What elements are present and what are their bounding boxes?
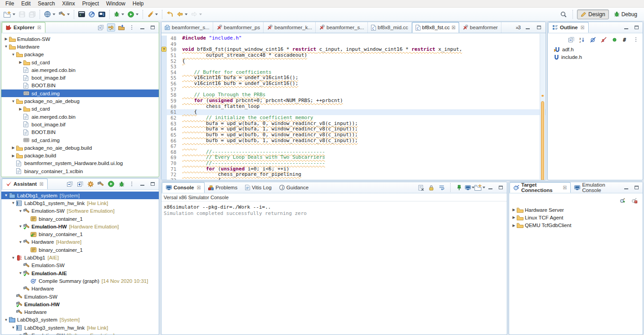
forward-button[interactable] (189, 9, 204, 20)
last-edit-location-button[interactable] (165, 9, 175, 20)
chevron-down-icon[interactable]: ▼ (18, 271, 23, 275)
minimize-icon[interactable] (138, 23, 146, 31)
console-output[interactable]: x86simulator --pkg-dir=./Work --i=..Simu… (161, 201, 507, 217)
editor-tab-beamformer-k-[interactable]: beamformer_k... (264, 22, 316, 33)
tab-problems[interactable]: Problems (205, 182, 242, 193)
tree-row[interactable]: ▼package_no_aie_debug (1, 97, 159, 105)
tree-row[interactable]: ▶package.build (1, 152, 159, 159)
save-all-button[interactable] (27, 9, 37, 20)
dropdown-caret-icon[interactable] (155, 13, 158, 15)
tree-row[interactable]: ▼LabDbg1[AIE] (1, 254, 159, 261)
tree-row[interactable]: BOOT.BIN (1, 82, 159, 89)
close-icon[interactable]: ☒ (563, 185, 567, 190)
chevron-right-icon[interactable]: ▶ (511, 223, 517, 228)
tree-row[interactable]: ▼Hardware (1, 43, 159, 50)
maximize-icon[interactable] (148, 23, 157, 31)
menu-item-file[interactable]: File (2, 0, 18, 7)
hide-inactive-icon[interactable]: # (621, 36, 629, 44)
tree-row[interactable]: ▼LabDbg3_system[System] (1, 316, 159, 324)
editor-scrollbar-thumb[interactable] (541, 101, 544, 180)
chevron-right-icon[interactable]: ▶ (3, 37, 9, 41)
view-menu-icon[interactable] (128, 180, 136, 188)
tree-row[interactable]: aie.merged.cdo.bin (1, 66, 159, 74)
clear-console-icon[interactable] (417, 183, 425, 192)
close-icon[interactable]: ☒ (452, 25, 456, 30)
tab-console[interactable]: Console☒ (162, 182, 205, 193)
menu-item-xilinx[interactable]: Xilinx (58, 0, 79, 7)
tree-row[interactable]: sd_card.img (1, 89, 159, 97)
remove-target-icon[interactable] (630, 196, 638, 204)
tree-row[interactable]: ▼LabDbg1_system[System] (1, 192, 159, 199)
view-menu-icon[interactable] (128, 23, 136, 31)
menu-item-search[interactable]: Search (34, 0, 58, 7)
chevron-right-icon[interactable]: ▶ (511, 208, 517, 212)
back-button[interactable] (175, 9, 189, 20)
target-connection-button[interactable] (87, 9, 97, 20)
view-menu-icon[interactable] (632, 36, 640, 44)
open-console-icon[interactable] (476, 183, 484, 192)
chevron-down-icon[interactable]: ▼ (10, 326, 16, 330)
tree-row[interactable]: ▶package_no_aie_debug.build (1, 144, 159, 152)
build-icon[interactable] (97, 180, 105, 188)
menu-item-edit[interactable]: Edit (18, 0, 34, 7)
tree-row[interactable]: ▼Emulation-SW[Software Emulation] (1, 331, 159, 335)
program-flash-button[interactable] (145, 9, 160, 20)
settings-icon[interactable] (86, 180, 94, 188)
tree-row[interactable]: beamformer_system_Hardware.build.ui.log (1, 160, 159, 167)
hidden-tabs-indicator[interactable]: »3 (516, 25, 520, 30)
display-selected-console-icon[interactable] (465, 183, 474, 192)
chevron-right-icon[interactable]: ▶ (10, 154, 16, 158)
dropdown-caret-icon[interactable] (136, 13, 139, 15)
hide-non-public-icon[interactable] (610, 36, 618, 44)
help-marker-icon[interactable]: ? (161, 47, 166, 52)
debug-icon[interactable] (117, 180, 125, 188)
tree-row[interactable]: ▶sd_card (1, 58, 159, 66)
tree-row[interactable]: ▼Emulation-SW[Software Emulation] (1, 207, 159, 215)
tree-row[interactable]: binary_container_1.xclbin (1, 167, 159, 175)
minimize-icon[interactable] (486, 183, 494, 192)
hide-fields-icon[interactable] (589, 36, 597, 44)
link-with-editor-icon[interactable] (107, 23, 115, 31)
tab-emulation-console[interactable]: Emulation Console (571, 182, 622, 193)
dropdown-caret-icon[interactable] (13, 13, 15, 15)
code-editor[interactable]: 48#include "include.h"49?50void bf8x8_fs… (161, 34, 546, 180)
tree-row[interactable]: ▼Hardware[Hardware] (1, 238, 159, 246)
tree-row[interactable]: ▶sd_card (1, 105, 159, 113)
build-button[interactable] (57, 9, 72, 20)
editor-tab-bf8x8-fst-cc[interactable]: cbf8x8_fst.cc☒ (412, 22, 459, 33)
chevron-down-icon[interactable]: ▼ (3, 318, 9, 322)
chevron-down-icon[interactable]: ▼ (10, 99, 16, 103)
editor-tab-beamformer[interactable]: beamformer (459, 22, 501, 33)
tree-row[interactable]: Hardware (1, 308, 159, 316)
chevron-down-icon[interactable]: ▼ (3, 45, 9, 49)
dropdown-caret-icon[interactable] (121, 13, 124, 15)
chevron-right-icon[interactable]: ▶ (511, 215, 517, 219)
tree-row[interactable]: Emulation-SW (1, 262, 159, 269)
editor-tab-bf8x8-mid-cc[interactable]: cbf8x8_mid.cc (368, 22, 412, 33)
outline-item-include-h[interactable]: include.h (548, 53, 643, 61)
tree-row[interactable]: aie.merged.cdo.bin (1, 113, 159, 121)
run-button[interactable] (126, 9, 140, 20)
tree-row[interactable]: Compile Summary (graph)[14 Nov 2020 10:3… (1, 277, 159, 285)
minimize-icon[interactable] (138, 180, 146, 188)
tree-row[interactable]: binary_container_1 (1, 246, 159, 254)
tree-row[interactable]: ▶Hardware Server (509, 206, 643, 214)
tab-explorer[interactable]: Explorer ☒ (2, 22, 45, 33)
sort-icon[interactable]: az (578, 36, 586, 44)
chevron-down-icon[interactable]: ▼ (10, 53, 16, 57)
tree-row[interactable]: ▶QEMU TcfGdbClient (509, 222, 643, 229)
tab-target-connections[interactable]: Target Connections☒ (510, 182, 571, 193)
outline-item-adf-h[interactable]: adf.h (548, 45, 643, 53)
add-target-icon[interactable] (618, 196, 626, 204)
tree-row[interactable]: Emulation-SW (1, 293, 159, 300)
tree-row[interactable]: ▼Emulation-HW[Hardware Emulation] (1, 223, 159, 230)
tab-assistant[interactable]: Assistant ☒ (2, 179, 48, 189)
chevron-down-icon[interactable]: ▼ (18, 209, 23, 213)
word-wrap-icon[interactable] (438, 183, 446, 192)
dropdown-caret-icon[interactable] (472, 187, 474, 188)
close-icon[interactable]: ☒ (40, 182, 44, 187)
tree-row[interactable]: Hardware (1, 285, 159, 293)
tree-row[interactable]: Emulation-HW (1, 300, 159, 308)
tree-row[interactable]: ▼LabDbg3_system_hw_link[Hw Link] (1, 324, 159, 331)
chevron-down-icon[interactable]: ▼ (10, 201, 16, 205)
